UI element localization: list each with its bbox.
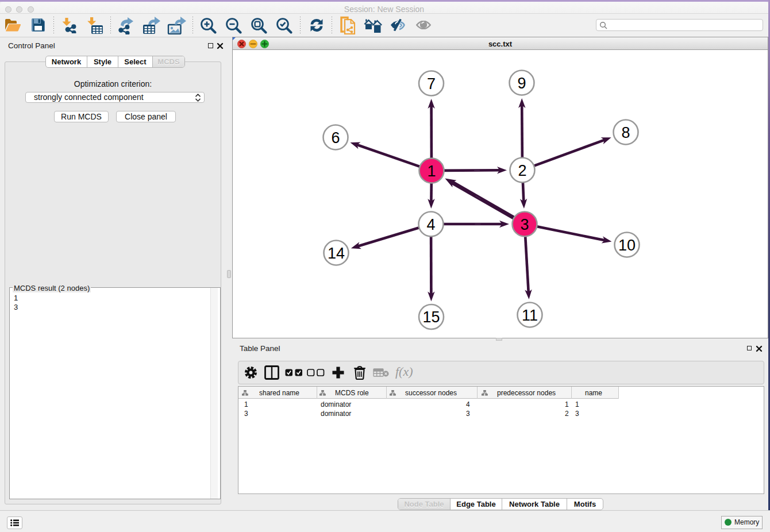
svg-text:9: 9 <box>517 75 526 92</box>
svg-text:11: 11 <box>522 307 538 324</box>
svg-text:8: 8 <box>621 124 630 141</box>
svg-text:1: 1 <box>427 163 436 180</box>
svg-text:4: 4 <box>426 216 435 233</box>
svg-text:7: 7 <box>427 75 436 92</box>
svg-text:3: 3 <box>520 216 529 233</box>
svg-text:15: 15 <box>422 309 440 326</box>
svg-text:10: 10 <box>618 237 636 254</box>
svg-text:6: 6 <box>331 129 340 147</box>
svg-text:2: 2 <box>518 162 526 179</box>
svg-text:14: 14 <box>328 245 345 262</box>
